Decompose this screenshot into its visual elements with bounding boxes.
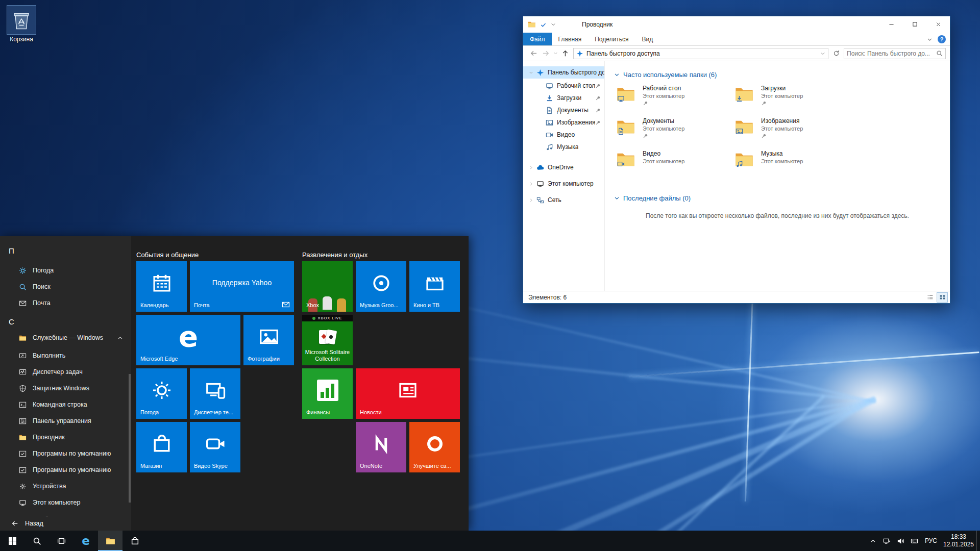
taskbar-explorer-button[interactable] bbox=[98, 531, 122, 551]
recycle-bin[interactable]: Корзина bbox=[5, 5, 38, 43]
close-button[interactable] bbox=[926, 16, 950, 32]
folder-tile-documents[interactable]: Документы Этот компьютер bbox=[614, 116, 732, 149]
language-indicator[interactable]: РУС bbox=[921, 531, 941, 551]
start-back-button[interactable]: Назад bbox=[0, 516, 131, 531]
recent-files-header[interactable]: Последние файлы (0) bbox=[614, 193, 950, 203]
start-app-cmd[interactable]: Командная строка bbox=[0, 397, 131, 412]
start-app-messages[interactable]: Сообщения bbox=[0, 511, 131, 516]
volume-tray-icon[interactable] bbox=[894, 531, 908, 551]
tile-weather[interactable]: Погода bbox=[136, 368, 187, 419]
chevron-right-icon[interactable] bbox=[529, 182, 533, 186]
explorer-titlebar[interactable]: Проводник bbox=[523, 16, 950, 33]
letter-header-s[interactable]: С bbox=[0, 314, 131, 329]
search-input[interactable] bbox=[847, 50, 936, 57]
search-icon[interactable] bbox=[936, 50, 943, 57]
tile-edge[interactable]: e Microsoft Edge bbox=[136, 315, 240, 365]
forward-button[interactable] bbox=[540, 47, 552, 60]
start-app-mail[interactable]: Почта bbox=[0, 295, 131, 311]
chevron-down-icon[interactable] bbox=[614, 72, 620, 78]
address-input[interactable]: Панель быстрого доступа bbox=[573, 48, 828, 59]
start-app-devices[interactable]: Устройства bbox=[0, 479, 131, 494]
nav-item-pictures[interactable]: Изображения bbox=[523, 116, 604, 129]
chevron-down-icon[interactable] bbox=[529, 70, 533, 75]
address-dropdown-icon[interactable] bbox=[820, 51, 825, 56]
tile-calendar[interactable]: Календарь bbox=[136, 261, 187, 312]
nav-item-downloads[interactable]: Загрузки bbox=[523, 92, 604, 104]
tile-movies-tv[interactable]: Кино и ТВ bbox=[409, 261, 460, 312]
taskbar-clock[interactable]: 18:33 12.01.2025 bbox=[941, 531, 976, 551]
start-app-explorer[interactable]: Проводник bbox=[0, 430, 131, 445]
expand-ribbon-icon[interactable] bbox=[927, 37, 933, 42]
tile-store[interactable]: Магазин bbox=[136, 422, 187, 472]
folder-tile-music[interactable]: Музыка Этот компьютер bbox=[732, 149, 851, 182]
start-app-weather[interactable]: Погода bbox=[0, 263, 131, 278]
tab-view[interactable]: Вид bbox=[635, 33, 659, 45]
maximize-button[interactable] bbox=[903, 16, 926, 32]
folder-tile-desktop[interactable]: Рабочий стол Этот компьютер bbox=[614, 84, 732, 116]
folder-tile-videos[interactable]: Видео Этот компьютер bbox=[614, 149, 732, 182]
start-app-search[interactable]: Поиск bbox=[0, 279, 131, 294]
start-app-default-programs-2[interactable]: Программы по умолчанию bbox=[0, 462, 131, 478]
tab-home[interactable]: Главная bbox=[552, 33, 589, 45]
recycle-bin-icon[interactable] bbox=[7, 5, 36, 35]
start-app-run[interactable]: Выполнить bbox=[0, 348, 131, 363]
tile-group-events[interactable]: События и общение bbox=[136, 251, 199, 259]
start-button[interactable] bbox=[0, 531, 24, 551]
tile-news[interactable]: Новости bbox=[356, 368, 460, 419]
tile-get-office[interactable]: Улучшите св... bbox=[409, 422, 460, 472]
refresh-button[interactable] bbox=[830, 48, 842, 59]
taskbar-store-button[interactable] bbox=[122, 531, 147, 551]
start-group-windows-system[interactable]: Служебные — Windows bbox=[0, 330, 131, 345]
start-app-control-panel[interactable]: Панель управления bbox=[0, 413, 131, 429]
tile-phone-companion[interactable]: Диспетчер те... bbox=[190, 368, 240, 419]
tab-share[interactable]: Поделиться bbox=[588, 33, 635, 45]
start-app-defender[interactable]: Защитник Windows bbox=[0, 381, 131, 396]
show-hidden-icons-button[interactable] bbox=[866, 531, 880, 551]
start-app-default-programs[interactable]: Программы по умолчанию bbox=[0, 446, 131, 461]
nav-network[interactable]: Сеть bbox=[523, 194, 604, 206]
recent-locations-chevron-icon[interactable] bbox=[552, 47, 559, 60]
tile-groove-music[interactable]: Музыка Groo... bbox=[356, 261, 406, 312]
tile-xbox[interactable]: Xbox bbox=[302, 261, 353, 312]
app-list-scrollbar[interactable] bbox=[129, 374, 131, 503]
nav-item-music[interactable]: Музыка bbox=[523, 141, 604, 153]
qat-customize-chevron-icon[interactable] bbox=[551, 22, 556, 27]
taskbar-edge-button[interactable]: e bbox=[74, 531, 98, 551]
tile-photos[interactable]: Фотографии bbox=[243, 315, 294, 365]
tile-onenote[interactable]: OneNote bbox=[356, 422, 406, 472]
taskbar-search-button[interactable] bbox=[24, 531, 49, 551]
folder-tile-downloads[interactable]: Загрузки Этот компьютер bbox=[732, 84, 851, 116]
network-tray-icon[interactable] bbox=[880, 531, 894, 551]
nav-item-documents[interactable]: Документы bbox=[523, 104, 604, 116]
nav-item-videos[interactable]: Видео bbox=[523, 129, 604, 141]
tile-solitaire[interactable]: XBOX LIVE Microsoft Solitaire Collection bbox=[302, 315, 353, 365]
chevron-down-icon[interactable] bbox=[614, 195, 620, 201]
frequent-folders-header[interactable]: Часто используемые папки (6) bbox=[614, 69, 950, 80]
up-button[interactable] bbox=[559, 47, 571, 60]
chevron-right-icon[interactable] bbox=[529, 198, 533, 203]
start-app-task-manager[interactable]: Диспетчер задач bbox=[0, 364, 131, 380]
tile-skype-video[interactable]: Видео Skype bbox=[190, 422, 240, 472]
tile-group-entertainment[interactable]: Развлечения и отдых bbox=[302, 251, 368, 259]
nav-item-desktop[interactable]: Рабочий стол bbox=[523, 80, 604, 92]
tab-file[interactable]: Файл bbox=[523, 33, 552, 45]
back-button[interactable] bbox=[527, 47, 540, 60]
folder-tile-pictures[interactable]: Изображения Этот компьютер bbox=[732, 116, 851, 149]
nav-this-pc[interactable]: Этот компьютер bbox=[523, 178, 604, 190]
qat-check-icon[interactable] bbox=[540, 21, 547, 28]
letter-header-p[interactable]: П bbox=[0, 243, 131, 258]
tile-money[interactable]: Финансы bbox=[302, 368, 353, 419]
help-icon[interactable]: ? bbox=[938, 35, 946, 43]
nav-quick-access[interactable]: Панель быстрого доступа bbox=[523, 66, 604, 79]
details-view-button[interactable] bbox=[924, 292, 936, 303]
minimize-button[interactable] bbox=[879, 16, 903, 32]
chevron-right-icon[interactable] bbox=[529, 165, 533, 170]
nav-onedrive[interactable]: OneDrive bbox=[523, 161, 604, 173]
start-app-this-pc[interactable]: Этот компьютер bbox=[0, 495, 131, 510]
touch-keyboard-tray-icon[interactable] bbox=[908, 531, 921, 551]
search-box[interactable] bbox=[844, 48, 946, 59]
task-view-button[interactable] bbox=[49, 531, 74, 551]
show-desktop-button[interactable] bbox=[976, 531, 980, 551]
tile-mail-yahoo[interactable]: Поддержка Yahoo Почта bbox=[190, 261, 294, 312]
thumbnails-view-button[interactable] bbox=[937, 292, 948, 303]
